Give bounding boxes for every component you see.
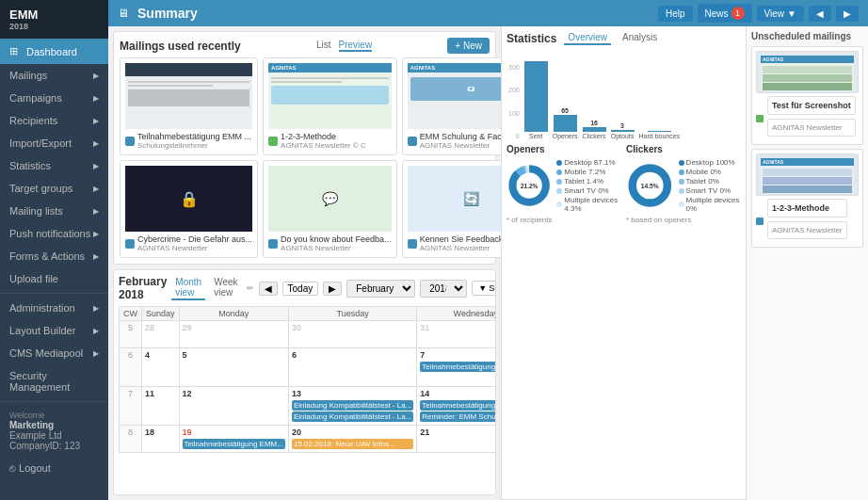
donuts-row: Openers 21.2% Desktop 87.1% xyxy=(506,144,741,224)
sidebar-item-cms-mediapool[interactable]: CMS Mediapool ▶ xyxy=(0,342,108,364)
calendar-controls: ✏ ◀ Today ▶ February 2018 ▼ Show xyxy=(247,280,496,298)
sidebar-item-dashboard[interactable]: ⊞ Dashboard xyxy=(0,39,108,64)
cal-today-button[interactable]: Today xyxy=(282,282,319,296)
logo-text: EMM xyxy=(9,8,38,22)
y-label: 300 xyxy=(508,64,520,71)
mailing-card: AGNITAS xyxy=(263,57,397,155)
mailing-sub: Schulungsteilnehmer xyxy=(137,141,251,150)
calendar-event[interactable]: Reminder: EMM Schulung & F... xyxy=(420,411,496,422)
tab-week-view[interactable]: Week view xyxy=(210,276,241,300)
tab-analysis[interactable]: Analysis xyxy=(619,31,661,45)
mailing-card-footer: Teilnahmebestätigung EMM ... Schulungste… xyxy=(125,132,252,150)
day-cell: 12 xyxy=(179,387,288,426)
tab-list[interactable]: List xyxy=(316,40,331,52)
openers-footnote: * of recipients xyxy=(506,216,621,224)
sidebar-item-security-management[interactable]: Security Management xyxy=(0,364,108,398)
mailing-card-footer: Do you know about Feedba... AGNITAS News… xyxy=(268,234,392,252)
unscheduled-title: Unscheduled mailings xyxy=(751,31,863,41)
mailing-name: 1-2-3-Methode xyxy=(281,132,366,141)
legend-item: Desktop 100% xyxy=(679,158,741,167)
mailing-checkbox[interactable] xyxy=(408,137,417,146)
nav-forward-button[interactable]: ▶ xyxy=(836,6,859,22)
col-header-monday: Monday xyxy=(179,307,288,321)
arrow-icon: ▶ xyxy=(93,327,99,335)
table-row: 8 18 19 Teilnahmebestätigung EMM... 20 1… xyxy=(120,426,497,453)
calendar-event[interactable]: Einladung Kompatibilitätstest - La... xyxy=(292,411,413,422)
bar-chart: 300 200 100 0 Sent 65 Openers xyxy=(506,50,741,139)
calendar-event[interactable]: Teilnahmebestätigung EMM... xyxy=(183,439,285,449)
sidebar-item-campaigns[interactable]: Campaigns ▶ xyxy=(0,87,108,109)
sidebar-item-layout-builder[interactable]: Layout Builder ▶ xyxy=(0,319,108,342)
calendar-table: CW Sunday Monday Tuesday Wednesday Thurs… xyxy=(119,306,496,453)
nav-back-button[interactable]: ◀ xyxy=(809,6,831,22)
calendar-month-select[interactable]: February xyxy=(346,280,415,298)
calendar-event[interactable]: 15.02.2018: Neue UAV Infos... xyxy=(292,439,413,449)
news-button[interactable]: News 1 xyxy=(698,4,752,23)
sidebar-item-mailings[interactable]: Mailings ▶ xyxy=(0,64,108,87)
bar-label: Optouts xyxy=(611,133,635,139)
new-mailing-button[interactable]: + New xyxy=(447,38,490,54)
sidebar-item-push-notifications[interactable]: Push notifications ▶ xyxy=(0,222,108,245)
content-area: Mailings used recently List Preview + Ne… xyxy=(108,26,868,500)
sidebar-item-upload-file[interactable]: Upload file xyxy=(0,267,108,290)
day-cell: 5 xyxy=(179,348,288,387)
tab-preview[interactable]: Preview xyxy=(339,40,373,52)
mailing-checkbox[interactable] xyxy=(268,137,278,146)
bar-group: 65 Openers xyxy=(553,107,578,139)
arrow-icon: ▶ xyxy=(93,139,99,148)
sidebar: EMM 2018 ⊞ Dashboard Mailings ▶ Campaign… xyxy=(0,0,108,500)
statistics-tabs: Overview Analysis xyxy=(564,31,661,45)
day-cell: 13 Einladung Kompatibilitätstest - La...… xyxy=(288,387,416,426)
calendar-event[interactable]: Einladung Kompatibilitätstest - La... xyxy=(292,400,413,411)
page-title: Summary xyxy=(137,6,653,21)
arrow-icon: ▶ xyxy=(93,207,99,216)
sidebar-item-forms-actions[interactable]: Forms & Actions ▶ xyxy=(0,245,108,267)
sidebar-item-administration[interactable]: Administration ▶ xyxy=(0,297,108,319)
tab-month-view[interactable]: Month view xyxy=(171,276,205,300)
calendar-event[interactable]: Teilnahmebestätigung EMM S... xyxy=(420,400,496,411)
sidebar-item-import-export[interactable]: Import/Export ▶ xyxy=(0,132,108,154)
day-cell: 4 xyxy=(142,348,180,387)
legend-item: Mobile 7.2% xyxy=(556,168,621,176)
unscheduled-item-name: 1-2-3-Methode xyxy=(767,199,847,218)
mailing-checkbox[interactable] xyxy=(125,137,135,146)
tab-overview[interactable]: Overview xyxy=(564,31,611,45)
arrow-icon: ▶ xyxy=(93,94,99,103)
day-cell: 28 xyxy=(142,321,180,348)
legend-dot xyxy=(679,160,684,166)
unscheduled-item-footer: Test für Screenshot AGNITAS Newsletter xyxy=(756,96,859,140)
cal-next-button[interactable]: ▶ xyxy=(323,282,342,296)
table-row: 7 11 12 13 Einladung Kompatibilitätstest… xyxy=(120,387,497,426)
mailing-checkbox[interactable] xyxy=(268,239,278,249)
clickers-title: Clickers xyxy=(626,144,741,154)
logout-button[interactable]: ⎋ Logout xyxy=(0,457,108,479)
sidebar-item-mailing-lists[interactable]: Mailing lists ▶ xyxy=(0,200,108,222)
day-cell: 31 xyxy=(417,321,496,348)
bar-value: 65 xyxy=(561,107,569,114)
sidebar-item-statistics[interactable]: Statistics ▶ xyxy=(0,154,108,177)
bar-label: Openers xyxy=(553,133,578,139)
left-panel: Mailings used recently List Preview + Ne… xyxy=(108,26,501,500)
help-button[interactable]: Help xyxy=(658,6,693,22)
show-button[interactable]: ▼ Show xyxy=(472,281,496,296)
sidebar-item-recipients[interactable]: Recipients ▶ xyxy=(0,109,108,132)
statistics-panel: Statistics Overview Analysis 300 200 100… xyxy=(501,26,746,500)
sidebar-item-target-groups[interactable]: Target groups ▶ xyxy=(0,177,108,200)
bar-group: 16 Clickers xyxy=(583,120,606,139)
openers-section: Openers 21.2% Desktop 87.1% xyxy=(506,144,621,224)
cal-prev-button[interactable]: ◀ xyxy=(259,282,278,296)
calendar-year-select[interactable]: 2018 xyxy=(420,280,467,298)
edit-icon: ✏ xyxy=(247,283,254,293)
view-button[interactable]: View ▼ xyxy=(757,6,804,22)
mailing-checkbox[interactable] xyxy=(408,239,417,249)
calendar-header: February 2018 Month view Week view ✏ ◀ T… xyxy=(119,275,490,301)
calendar-event[interactable]: Teilnahmebestätigung EMM S... xyxy=(420,362,496,372)
day-cell: 21 xyxy=(417,426,496,453)
openers-chart: 21.2% Desktop 87.1% Mobile 7.2% xyxy=(506,157,621,214)
legend-dot xyxy=(556,202,562,207)
legend-item: Tablet 1.4% xyxy=(556,177,621,185)
mailing-checkbox[interactable] xyxy=(125,239,135,249)
unscheduled-item-footer: 1-2-3-Methode AGNITAS Newsletter xyxy=(756,199,859,243)
arrow-icon: ▶ xyxy=(93,349,99,358)
arrow-icon: ▶ xyxy=(93,72,99,80)
